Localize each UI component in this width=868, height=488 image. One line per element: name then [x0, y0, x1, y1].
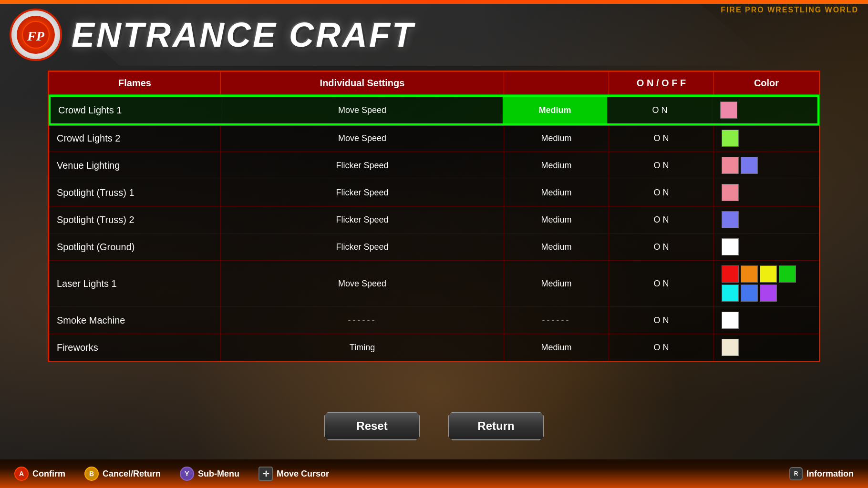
row-colors [714, 307, 819, 334]
row-onoff: O N [609, 261, 714, 306]
row-name: Spotlight (Truss) 1 [49, 179, 221, 206]
col-individual-settings: Individual Settings [221, 72, 504, 94]
row-setting: Flicker Speed [221, 234, 504, 260]
table-header: Flames Individual Settings O N / O F F C… [49, 72, 819, 95]
svg-text:FP: FP [27, 29, 45, 43]
row-name: Fireworks [49, 334, 221, 361]
row-colors [714, 206, 819, 233]
row-onoff: O N [608, 97, 713, 123]
row-value: Medium [504, 234, 609, 260]
cancel-control: B Cancel/Return [84, 467, 161, 481]
reset-button[interactable]: Reset [324, 412, 420, 440]
row-onoff: O N [609, 334, 714, 361]
col-flames: Flames [49, 72, 221, 94]
row-setting: Move Speed [221, 261, 504, 306]
color-swatch[interactable] [722, 312, 739, 329]
row-name: Venue Lighting [49, 152, 221, 179]
color-swatch[interactable] [741, 285, 758, 302]
row-onoff: O N [609, 206, 714, 233]
table-row[interactable]: Crowd Lights 2 Move Speed Medium O N [49, 125, 819, 152]
row-colors [713, 97, 817, 123]
row-onoff: O N [609, 125, 714, 152]
main-table: Flames Individual Settings O N / O F F C… [48, 71, 820, 362]
bottom-bar: A Confirm B Cancel/Return Y Sub-Menu ✛ M… [0, 459, 868, 488]
return-button[interactable]: Return [448, 412, 544, 440]
page-title: ENTRANCE CRAFT [72, 18, 415, 52]
table-row[interactable]: Spotlight (Ground) Flicker Speed Medium … [49, 234, 819, 261]
r-button-icon: R [789, 467, 803, 480]
table-row[interactable]: Spotlight (Truss) 1 Flicker Speed Medium… [49, 179, 819, 206]
table-row[interactable]: Venue Lighting Flicker Speed Medium O N [49, 152, 819, 179]
submenu-label: Sub-Menu [198, 469, 239, 479]
color-swatch[interactable] [722, 238, 739, 255]
row-value: Medium [504, 334, 609, 361]
cursor-control: ✛ Move Cursor [258, 467, 329, 481]
row-name: Crowd Lights 2 [49, 125, 221, 152]
game-brand: FIRE PRO WRESTLING WORLD [721, 6, 858, 14]
color-swatch[interactable] [741, 265, 758, 283]
cursor-label: Move Cursor [277, 469, 329, 479]
color-swatch[interactable] [720, 102, 737, 119]
title-container: ENTRANCE CRAFT [72, 18, 415, 52]
row-setting: ------ [221, 307, 504, 334]
color-swatch[interactable] [741, 157, 758, 174]
logo-inner: FP [17, 16, 55, 54]
row-value: Medium [504, 179, 609, 206]
table-row[interactable]: Smoke Machine ------ ------ O N [49, 307, 819, 334]
row-colors [714, 179, 819, 206]
row-colors [714, 234, 819, 260]
color-swatch[interactable] [722, 211, 739, 228]
color-swatch[interactable] [779, 265, 796, 283]
row-onoff: O N [609, 179, 714, 206]
table-row[interactable]: Fireworks Timing Medium O N [49, 334, 819, 361]
row-setting: Flicker Speed [221, 179, 504, 206]
row-onoff: O N [609, 152, 714, 179]
submenu-control: Y Sub-Menu [180, 467, 239, 481]
row-value: Medium [504, 152, 609, 179]
color-swatch[interactable] [722, 184, 739, 201]
color-swatch[interactable] [722, 265, 739, 283]
cancel-label: Cancel/Return [103, 469, 161, 479]
row-colors [714, 261, 819, 306]
color-swatch[interactable] [722, 130, 739, 147]
row-onoff: O N [609, 234, 714, 260]
row-value: Medium [503, 97, 608, 123]
row-value: ------ [504, 307, 609, 334]
row-name: Laser Lights 1 [49, 261, 221, 306]
row-value: Medium [504, 125, 609, 152]
confirm-control: A Confirm [14, 467, 65, 481]
col-empty [504, 72, 609, 94]
color-swatch[interactable] [722, 339, 739, 356]
row-colors [714, 125, 819, 152]
table-row[interactable]: Laser Lights 1 Move Speed Medium O N [49, 261, 819, 307]
logo-circle: FP [10, 9, 62, 61]
row-colors [714, 152, 819, 179]
row-setting: Move Speed [221, 125, 504, 152]
row-setting: Timing [221, 334, 504, 361]
row-value: Medium [504, 261, 609, 306]
color-swatch[interactable] [760, 265, 777, 283]
row-onoff: O N [609, 307, 714, 334]
row-name: Spotlight (Truss) 2 [49, 206, 221, 233]
color-swatch[interactable] [722, 157, 739, 174]
confirm-label: Confirm [32, 469, 65, 479]
row-name: Crowd Lights 1 [51, 97, 222, 123]
y-button-icon: Y [180, 467, 194, 481]
dpad-icon: ✛ [258, 467, 273, 481]
row-value: Medium [504, 206, 609, 233]
table-row[interactable]: Spotlight (Truss) 2 Flicker Speed Medium… [49, 206, 819, 234]
row-setting: Move Speed [222, 97, 503, 123]
col-onoff: O N / O F F [609, 72, 714, 94]
top-bar [0, 0, 868, 4]
table-row[interactable]: Crowd Lights 1 Move Speed Medium O N [49, 95, 819, 125]
color-swatch[interactable] [760, 285, 777, 302]
row-setting: Flicker Speed [221, 152, 504, 179]
row-colors [714, 334, 819, 361]
color-swatch[interactable] [722, 285, 739, 302]
row-name: Smoke Machine [49, 307, 221, 334]
col-color: Color [714, 72, 819, 94]
a-button-icon: A [14, 467, 29, 481]
action-buttons: Reset Return [324, 412, 544, 440]
info-label: Information [806, 469, 854, 479]
row-name: Spotlight (Ground) [49, 234, 221, 260]
